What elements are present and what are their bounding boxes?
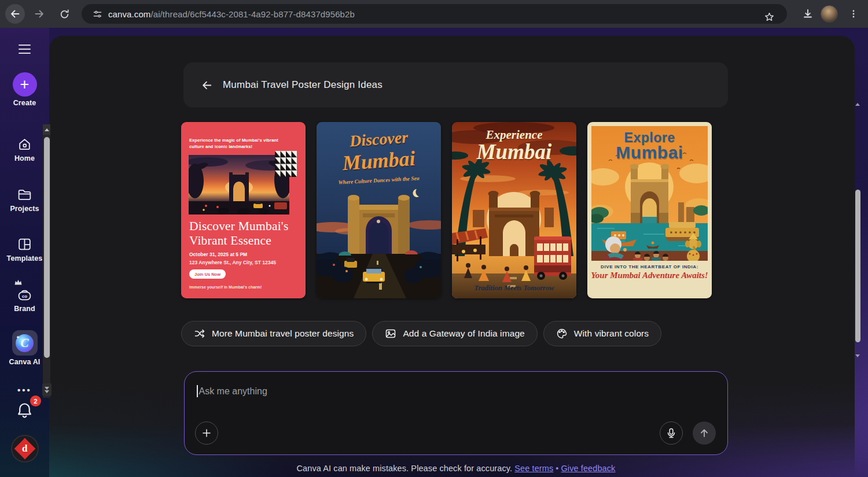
poster1-cta-button: Join Us Now [189,269,226,279]
url-text: canva.com/ai/thread/6cf5443c-2081-4a92-b… [108,9,355,19]
thread-back-button[interactable] [196,75,217,95]
sidebar-item-brand[interactable]: co Brand [0,287,49,313]
url-path: /ai/thread/6cf5443c-2081-4a92-b877-d8437… [150,9,354,19]
poster3-title-line2: Mumbai [452,139,576,164]
canva-app: Mumbai Travel Poster Design Ideas Experi… [0,28,868,477]
poster-card-1[interactable]: Experience the magic of Mumbai's vibrant… [181,122,306,298]
browser-toolbar: canva.com/ai/thread/6cf5443c-2081-4a92-b… [0,0,868,28]
poster1-title: Discover Mumbai's Vibrant Essence [189,219,288,248]
suggestion-chips: More Mumbai travel poster designs Add a … [181,321,661,346]
poster4-subtitle-caps: DIVE INTO THE HEARTBEAT OF INDIA: [587,264,712,269]
back-arrow-icon [9,8,21,20]
footer-separator: • [556,464,558,473]
brand-icon-text: co [22,294,27,299]
disclaimer-footer: Canva AI can make mistakes. Please check… [184,464,728,473]
poster-results: Experience the magic of Mumbai's vibrant… [181,122,712,298]
prompt-composer[interactable]: Ask me anything [184,371,728,455]
send-button[interactable] [693,421,716,445]
back-arrow-icon [201,79,213,91]
notification-badge: 2 [30,395,41,406]
poster1-datetime: October 31, 2025 at 5 PM [189,252,247,257]
avatar-letter: d [22,443,27,454]
canva-ai-icon: ✦ C [12,330,38,356]
disclaimer-text: Canva AI can make mistakes. Please check… [297,464,513,473]
poster1-footnote: Immerse yourself in Mumbai's charm! [189,285,262,289]
user-avatar-button[interactable]: d [0,435,49,463]
home-icon [17,136,32,152]
scrollbar-thumb[interactable] [44,137,50,358]
canva-ai-label: Canva AI [9,358,41,366]
forward-arrow-icon [34,8,45,20]
canva-ai-letter: C [20,336,28,350]
right-scrollbar[interactable] [855,97,861,369]
chip-label: With vibrant colors [574,328,649,339]
poster1-gateway-photo [189,155,289,215]
avatar-diamond: d [14,438,35,460]
give-feedback-link[interactable]: Give feedback [561,464,615,473]
brand-label: Brand [14,305,35,313]
poster1-triangle-pattern [275,151,297,177]
app-sidebar: + Create Home Projects Templates [0,28,49,477]
poster1-tagline: Experience the magic of Mumbai's vibrant… [189,137,286,150]
browser-profile-avatar[interactable] [821,5,838,23]
left-scrollbar[interactable] [43,124,50,398]
poster1-title-line2: Vibrant Essence [189,234,288,248]
browser-forward-button[interactable] [30,4,49,24]
sidebar-item-create[interactable]: + Create [0,72,49,107]
templates-label: Templates [7,254,43,262]
scrollbar-thumb[interactable] [855,190,860,342]
thread-title: Mumbai Travel Poster Design Ideas [223,79,382,91]
downloads-button[interactable] [798,4,818,24]
projects-label: Projects [10,205,39,213]
chip-more-designs[interactable]: More Mumbai travel poster designs [181,321,366,346]
star-icon [764,12,775,23]
see-terms-link[interactable]: See terms [514,464,553,473]
browser-back-button[interactable] [5,4,25,24]
send-arrow-icon [698,427,710,439]
thread-header: Mumbai Travel Poster Design Ideas [183,62,728,108]
voice-input-button[interactable] [660,421,683,445]
chip-label: More Mumbai travel poster designs [212,328,354,339]
browser-menu-button[interactable] [844,4,863,24]
chip-vibrant-colors[interactable]: With vibrant colors [543,321,661,346]
address-bar[interactable]: canva.com/ai/thread/6cf5443c-2081-4a92-b… [82,4,787,24]
kebab-menu-icon [849,9,858,19]
scroll-up-button[interactable] [855,103,860,106]
shuffle-icon [194,328,205,339]
poster-card-4[interactable]: Explore Mumbai DIVE INTO THE HEARTBEAT O… [587,122,712,298]
composer-placeholder: Ask me anything [199,386,267,397]
poster-card-3[interactable]: Experience Mumbai Tradition Meets Tomorr… [452,122,576,298]
plus-icon [201,427,212,439]
poster4-subtitle-script: Your Mumbai Adventure Awaits! [587,271,712,280]
browser-reload-button[interactable] [54,4,74,24]
create-plus-icon: + [13,72,37,97]
scroll-down-button[interactable] [855,354,860,357]
poster1-title-line1: Discover Mumbai's [189,219,288,234]
reload-icon [59,9,70,20]
site-settings-icon[interactable] [89,7,106,21]
chip-label: Add a Gateway of India image [403,328,524,339]
menu-hamburger-button[interactable] [19,45,31,54]
chip-add-image[interactable]: Add a Gateway of India image [372,321,537,346]
sidebar-item-home[interactable]: Home [0,136,49,162]
sidebar-item-templates[interactable]: Templates [0,236,49,262]
notifications-button[interactable]: 2 [0,401,49,420]
poster4-title-line2: Mumbai [587,143,712,162]
image-icon [385,328,396,339]
url-domain: canva.com [108,9,150,19]
pro-crown-icon [14,279,23,286]
attach-button[interactable] [195,421,218,445]
sidebar-item-projects[interactable]: Projects [0,187,49,213]
templates-icon [17,236,32,252]
home-label: Home [14,154,35,162]
scroll-up-button[interactable] [43,124,50,135]
bookmark-star-button[interactable] [759,7,779,27]
poster-card-2[interactable]: Discover Mumbai Where Culture Dances wit… [317,122,441,298]
create-label: Create [13,99,36,107]
text-caret [197,385,198,397]
scroll-down-button[interactable] [42,383,52,396]
palette-icon [556,328,568,339]
download-icon [802,8,814,20]
brand-icon: co [17,287,32,302]
sidebar-item-canva-ai[interactable]: ✦ C Canva AI [0,330,49,366]
